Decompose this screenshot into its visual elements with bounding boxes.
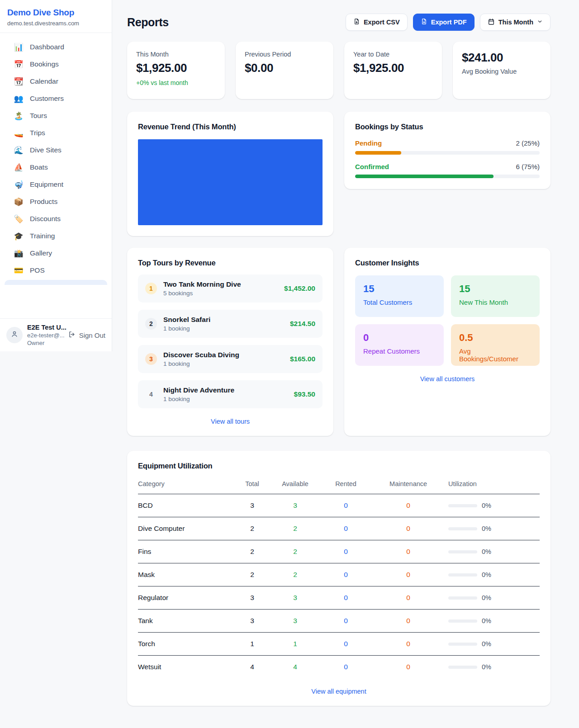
rank-badge: 4 — [145, 388, 157, 400]
status-label: Pending — [355, 139, 382, 147]
utilization-percent: 0% — [482, 663, 491, 671]
utilization-cell: 0% — [448, 663, 540, 671]
tour-name: Two Tank Morning Dive — [163, 280, 241, 288]
utilization-cell: 0% — [448, 525, 540, 532]
sidebar-item-active-partial[interactable] — [5, 280, 107, 285]
file-export-icon — [353, 18, 360, 26]
charts-row: Revenue Trend (This Month) Bookings by S… — [127, 112, 551, 236]
sidebar-item-boats[interactable]: ⛵Boats — [5, 159, 107, 176]
export-pdf-button[interactable]: Export PDF — [413, 14, 475, 31]
cell-rented: 0 — [323, 540, 368, 563]
sidebar-item-products[interactable]: 📦Products — [5, 193, 107, 210]
page-title: Reports — [127, 16, 169, 29]
period-dropdown[interactable]: This Month — [480, 14, 551, 31]
view-all-customers-link[interactable]: View all customers — [355, 375, 540, 383]
sign-out-label: Sign Out — [79, 331, 105, 339]
table-row: Wetsuit44000% — [138, 656, 540, 679]
cell-total: 2 — [237, 540, 267, 563]
view-all-equipment-link[interactable]: View all equipment — [138, 688, 540, 695]
equipment-icon: 🤿 — [14, 181, 24, 189]
tours-icon: 🏝️ — [14, 112, 24, 120]
cell-utilization: 0% — [448, 494, 540, 517]
sidebar-item-equipment[interactable]: 🤿Equipment — [5, 176, 107, 193]
revenue-trend-card: Revenue Trend (This Month) — [127, 112, 333, 236]
brand-name[interactable]: Demo Dive Shop — [7, 8, 104, 18]
tour-name: Snorkel Safari — [163, 316, 210, 324]
dashboard-icon: 📊 — [14, 43, 24, 51]
sidebar-item-label: Customers — [30, 95, 64, 103]
sidebar-item-discounts[interactable]: 🏷️Discounts — [5, 210, 107, 227]
export-csv-button[interactable]: Export CSV — [346, 14, 408, 31]
customers-icon: 👥 — [14, 95, 24, 103]
utilization-bar — [448, 504, 477, 507]
utilization-percent: 0% — [482, 640, 491, 648]
utilization-cell: 0% — [448, 640, 540, 648]
sidebar-item-bookings[interactable]: 📅Bookings — [5, 56, 107, 73]
utilization-bar — [448, 643, 477, 646]
sidebar-item-tours[interactable]: 🏝️Tours — [5, 107, 107, 124]
insight-tile: 0.5Avg Bookings/Customer — [451, 324, 540, 366]
app: Demo Dive Shop demo.test.divestreams.com… — [0, 0, 579, 728]
revenue-trend-chart — [138, 139, 323, 225]
avatar — [6, 327, 23, 343]
tour-revenue: $93.50 — [294, 390, 315, 398]
cell-category: Torch — [138, 633, 237, 656]
cell-maintenance: 0 — [368, 540, 448, 563]
sidebar-item-label: Boats — [30, 163, 48, 171]
sidebar-item-training[interactable]: 🎓Training — [5, 227, 107, 245]
view-all-tours-link[interactable]: View all tours — [138, 418, 323, 425]
equipment-table: CategoryTotalAvailableRentedMaintenanceU… — [138, 476, 540, 678]
sidebar-item-label: Gallery — [30, 249, 52, 257]
user-info: E2E Test U... e2e-tester@... Owner — [27, 324, 64, 346]
equipment-utilization-title: Equipment Utilization — [138, 462, 540, 470]
cell-category: Regulator — [138, 586, 237, 610]
sign-out-button[interactable]: Sign Out — [68, 331, 105, 340]
export-csv-label: Export CSV — [364, 19, 400, 26]
insight-value: 0.5 — [459, 332, 532, 344]
sidebar-item-trips[interactable]: 🚤Trips — [5, 124, 107, 142]
top-tours-card: Top Tours by Revenue 1Two Tank Morning D… — [127, 248, 333, 436]
discounts-icon: 🏷️ — [14, 215, 24, 223]
calendar-icon — [488, 18, 495, 27]
status-bar-fill — [355, 175, 494, 178]
sidebar-item-label: Discounts — [30, 215, 61, 223]
status-list: Pending2 (25%)Confirmed6 (75%) — [355, 139, 540, 178]
cell-rented: 0 — [323, 586, 368, 610]
insight-value: 15 — [363, 283, 436, 295]
table-row: Torch11000% — [138, 633, 540, 656]
tour-list-item: 3Discover Scuba Diving1 booking$165.00 — [138, 345, 323, 373]
cell-maintenance: 0 — [368, 610, 448, 633]
stat-label: This Month — [136, 51, 216, 58]
cell-available: 3 — [267, 610, 323, 633]
rank-badge: 1 — [145, 283, 157, 294]
sidebar-item-label: Bookings — [30, 60, 59, 68]
boats-icon: ⛵ — [14, 164, 24, 171]
tour-revenue: $214.50 — [290, 320, 315, 328]
equipment-utilization-card: Equipment Utilization CategoryTotalAvail… — [127, 451, 551, 706]
cell-available: 3 — [267, 586, 323, 610]
column-header-rented: Rented — [323, 476, 368, 494]
cell-utilization: 0% — [448, 517, 540, 540]
sidebar-item-gallery[interactable]: 📸Gallery — [5, 245, 107, 262]
utilization-cell: 0% — [448, 594, 540, 601]
sidebar-item-dashboard[interactable]: 📊Dashboard — [5, 38, 107, 56]
stat-value: $241.00 — [462, 51, 541, 65]
cell-utilization: 0% — [448, 610, 540, 633]
column-header-category: Category — [138, 476, 237, 494]
table-row: BCD33000% — [138, 494, 540, 517]
cell-rented: 0 — [323, 610, 368, 633]
sidebar-item-pos[interactable]: 💳POS — [5, 262, 107, 279]
sidebar-item-calendar[interactable]: 📆Calendar — [5, 73, 107, 90]
sidebar-nav: 📊Dashboard📅Bookings📆Calendar👥Customers🏝️… — [0, 33, 112, 279]
sign-out-icon — [68, 331, 76, 340]
utilization-percent: 0% — [482, 617, 491, 624]
rank-badge: 3 — [145, 353, 157, 365]
column-header-utilization: Utilization — [448, 476, 540, 494]
column-header-available: Available — [267, 476, 323, 494]
sidebar-item-dive-sites[interactable]: 🌊Dive Sites — [5, 142, 107, 159]
export-pdf-label: Export PDF — [431, 19, 467, 26]
cell-total: 4 — [237, 656, 267, 679]
tour-bookings: 1 booking — [163, 360, 239, 367]
sidebar-item-customers[interactable]: 👥Customers — [5, 90, 107, 107]
cell-rented: 0 — [323, 563, 368, 586]
